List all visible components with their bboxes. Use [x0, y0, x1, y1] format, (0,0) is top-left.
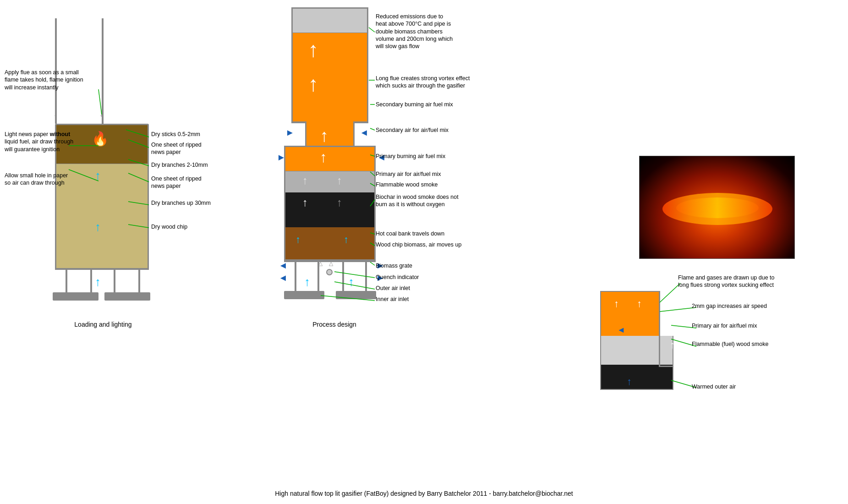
- label-flammable-fuel: Flammable (fuel) wood smoke: [692, 340, 768, 348]
- label-outer-air: Outer air inlet: [376, 285, 410, 292]
- label-dry-wood-chip: Dry wood chip: [151, 223, 187, 230]
- footer-text: High natural flow top lit gasifier (FatB…: [0, 490, 848, 497]
- svg-line-19: [370, 262, 375, 265]
- label-wood-chip-biomass: Wood chip biomass, air moves up: [376, 241, 461, 248]
- label-long-flue: Long flue creates strong vortex effectwh…: [376, 75, 527, 90]
- label-primary-air: Primary air for air/fuel mix: [376, 170, 441, 178]
- label-flammable-smoke: Flammable wood smoke: [376, 181, 438, 188]
- svg-line-20: [334, 272, 375, 278]
- svg-line-23: [660, 283, 680, 302]
- label-primary-burning: Primary burning air fuel mix: [376, 153, 445, 160]
- label-2mm-gap: 2mm gap increases air speed: [692, 302, 767, 310]
- label-dry-sticks: Dry sticks 0.5-2mm: [151, 131, 200, 138]
- caption-loading: Loading and lighting: [23, 321, 183, 328]
- label-reduced-emissions: Reduced emissions due toheat above 700°C…: [376, 13, 522, 50]
- label-secondary-air: Secondary air for air/fuel mix: [376, 126, 449, 134]
- svg-line-21: [334, 282, 375, 289]
- caption-process: Process design: [254, 321, 415, 328]
- label-one-sheet-1: One sheet of rippednews paper: [151, 141, 202, 156]
- label-inner-air: Inner air inlet: [376, 296, 409, 303]
- svg-line-12: [370, 128, 375, 130]
- label-dry-branches-small: Dry branches 2-10mm: [151, 161, 208, 169]
- label-warmed-air: Warmed outer air: [692, 383, 736, 390]
- svg-line-9: [369, 27, 375, 32]
- svg-line-24: [660, 307, 696, 312]
- label-dry-branches-large: Dry branches up 30mm: [151, 199, 211, 207]
- label-one-sheet-2: One sheet of rippednews paper: [151, 175, 202, 190]
- label-quench: Quench indicator: [376, 274, 419, 281]
- label-biochar: Biochar in wood smoke does notburn as it…: [376, 193, 522, 208]
- label-apply-flue: Apply flue as soon as a smallflame takes…: [5, 69, 103, 91]
- label-flame-gases: Flame and gases are drawn up due tolong …: [678, 274, 806, 289]
- label-allow-hole: Allow small hole in paperso air can draw…: [5, 172, 103, 187]
- label-secondary-burning: Secondary burning air fuel mix: [376, 101, 453, 108]
- label-primary-air-detail: Primary air for air/fuel mix: [692, 322, 757, 329]
- label-biomass-grate: Biomass grate: [376, 262, 412, 269]
- label-light-newspaper: Light news paper withoutliquid fuel, air…: [5, 131, 103, 153]
- label-hot-coal: Hot coal bank travels down: [376, 230, 444, 237]
